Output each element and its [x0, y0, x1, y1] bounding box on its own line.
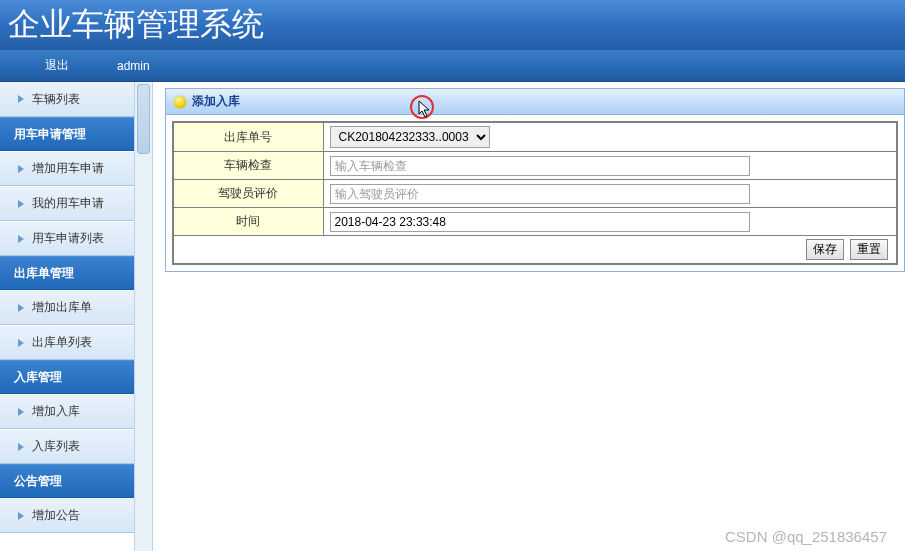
label-driver-review: 驾驶员评价	[173, 180, 323, 208]
table-row: 驾驶员评价	[173, 180, 897, 208]
arrow-right-icon	[18, 408, 24, 416]
nav-vehicle-apply-list[interactable]: 用车申请列表	[0, 221, 134, 256]
nav-add-inbound[interactable]: 增加入库	[0, 394, 134, 429]
topbar: 退出 admin	[0, 50, 905, 82]
nav-add-notice[interactable]: 增加公告	[0, 498, 134, 533]
nav-group-inbound[interactable]: 入库管理	[0, 360, 134, 394]
arrow-right-icon	[18, 200, 24, 208]
scrollbar-thumb[interactable]	[137, 84, 150, 154]
form-table: 出库单号 CK201804232333..00038 车辆检查	[172, 121, 898, 265]
arrow-right-icon	[18, 95, 24, 103]
nav-my-vehicle-apply[interactable]: 我的用车申请	[0, 186, 134, 221]
arrow-right-icon	[18, 304, 24, 312]
arrow-right-icon	[18, 443, 24, 451]
sidebar-header-label: 用车申请管理	[14, 126, 86, 143]
vehicle-check-input[interactable]	[330, 156, 750, 176]
nav-inbound-list[interactable]: 入库列表	[0, 429, 134, 464]
sidebar: 车辆列表 用车申请管理 增加用车申请 我的用车申请 用车申请列表 出库单管理 增…	[0, 82, 135, 551]
form-panel: 添加入库 出库单号 CK201804232333..00038 车辆检查	[165, 88, 905, 272]
arrow-right-icon	[18, 235, 24, 243]
sidebar-item-label: 我的用车申请	[32, 195, 104, 212]
nav-outbound-list[interactable]: 出库单列表	[0, 325, 134, 360]
sidebar-scrollbar[interactable]	[135, 82, 153, 551]
sidebar-item-label: 车辆列表	[32, 91, 80, 108]
label-outbound-no: 出库单号	[173, 122, 323, 152]
sidebar-item-label: 入库列表	[32, 438, 80, 455]
panel-header: 添加入库	[166, 89, 904, 115]
panel-title: 添加入库	[192, 93, 240, 110]
sidebar-item-label: 增加入库	[32, 403, 80, 420]
arrow-right-icon	[18, 512, 24, 520]
lightbulb-icon	[174, 96, 186, 108]
nav-vehicle-list[interactable]: 车辆列表	[0, 82, 134, 117]
time-input[interactable]	[330, 212, 750, 232]
nav-group-notice[interactable]: 公告管理	[0, 464, 134, 498]
sidebar-item-label: 增加公告	[32, 507, 80, 524]
nav-group-outbound[interactable]: 出库单管理	[0, 256, 134, 290]
nav-add-outbound[interactable]: 增加出库单	[0, 290, 134, 325]
logout-link[interactable]: 退出	[45, 57, 69, 74]
sidebar-item-label: 用车申请列表	[32, 230, 104, 247]
table-row: 时间	[173, 208, 897, 236]
sidebar-header-label: 入库管理	[14, 369, 62, 386]
nav-add-vehicle-apply[interactable]: 增加用车申请	[0, 151, 134, 186]
table-row: 车辆检查	[173, 152, 897, 180]
nav-group-vehicle-apply[interactable]: 用车申请管理	[0, 117, 134, 151]
reset-button[interactable]: 重置	[850, 239, 888, 260]
sidebar-item-label: 增加用车申请	[32, 160, 104, 177]
app-title: 企业车辆管理系统	[8, 6, 264, 42]
sidebar-header-label: 公告管理	[14, 473, 62, 490]
sidebar-item-label: 增加出库单	[32, 299, 92, 316]
arrow-right-icon	[18, 165, 24, 173]
sidebar-header-label: 出库单管理	[14, 265, 74, 282]
save-button[interactable]: 保存	[806, 239, 844, 260]
arrow-right-icon	[18, 339, 24, 347]
current-user[interactable]: admin	[117, 59, 150, 73]
app-header: 企业车辆管理系统	[0, 0, 905, 50]
driver-review-input[interactable]	[330, 184, 750, 204]
outbound-no-select[interactable]: CK201804232333..00038	[330, 126, 490, 148]
table-row: 保存 重置	[173, 236, 897, 265]
sidebar-item-label: 出库单列表	[32, 334, 92, 351]
label-vehicle-check: 车辆检查	[173, 152, 323, 180]
table-row: 出库单号 CK201804232333..00038	[173, 122, 897, 152]
label-time: 时间	[173, 208, 323, 236]
content-area: 添加入库 出库单号 CK201804232333..00038 车辆检查	[153, 82, 905, 551]
